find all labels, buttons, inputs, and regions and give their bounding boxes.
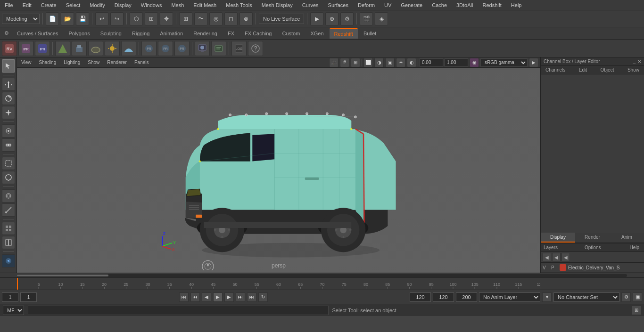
menu-mesh[interactable]: Mesh <box>169 1 186 9</box>
anim-layer-down-btn[interactable]: ▾ <box>542 292 552 302</box>
tab-sculpting[interactable]: Sculpting <box>96 29 126 38</box>
vp-cam-btn[interactable]: 🎥 <box>329 58 339 67</box>
open-scene-btn[interactable]: 📂 <box>61 12 74 25</box>
viewport-panels-menu[interactable]: Panels <box>132 59 151 66</box>
select-tool-btn[interactable] <box>2 59 15 73</box>
menu-mesh-display[interactable]: Mesh Display <box>260 1 295 9</box>
play-btn[interactable]: ▶ <box>213 292 223 302</box>
new-scene-btn[interactable]: 📄 <box>46 12 59 25</box>
measure-btn[interactable] <box>2 203 15 217</box>
go-start-btn[interactable]: ⏮ <box>179 292 189 302</box>
ipr-btn[interactable]: ⊕ <box>325 12 339 25</box>
select-tool-btn[interactable]: ⬡ <box>130 12 143 25</box>
vp-shading-btn[interactable]: ◑ <box>374 58 384 67</box>
undo-btn[interactable]: ↩ <box>95 12 108 25</box>
tab-rigging[interactable]: Rigging <box>127 29 154 38</box>
menu-file[interactable]: File <box>3 1 15 9</box>
menu-edit[interactable]: Edit <box>21 1 33 9</box>
char-set-settings-btn[interactable]: ⚙ <box>621 292 631 302</box>
tab-rendering[interactable]: Rendering <box>189 29 222 38</box>
render-btn[interactable]: ▶ <box>310 12 323 25</box>
character-set-selector[interactable]: No Character Set <box>553 292 619 302</box>
snap-grid-btn[interactable]: ⊞ <box>179 12 192 25</box>
show-manip-btn[interactable] <box>2 138 15 152</box>
menu-cache[interactable]: Cache <box>430 1 449 9</box>
menu-edit-mesh[interactable]: Edit Mesh <box>191 1 218 9</box>
show-link[interactable]: Show <box>627 67 639 73</box>
camera-angle-field[interactable] <box>420 58 443 67</box>
save-scene-btn[interactable]: 💾 <box>76 12 89 25</box>
shelf-rs1-btn[interactable] <box>55 41 70 56</box>
tab-fx[interactable]: FX <box>223 29 239 38</box>
paint-select-btn[interactable] <box>2 189 15 202</box>
viewport-renderer-menu[interactable]: Renderer <box>105 59 129 66</box>
3d-viewport[interactable]: Y Z X persp <box>17 70 540 273</box>
prev-key-btn[interactable]: ⏮ <box>190 292 200 302</box>
tab-fx-caching[interactable]: FX Caching <box>240 29 276 38</box>
shelf-sky-btn[interactable] <box>121 41 136 56</box>
menu-windows[interactable]: Windows <box>139 1 164 9</box>
viewport-shading-menu[interactable]: Shading <box>37 59 59 66</box>
layer-color-swatch[interactable] <box>560 264 566 271</box>
tab-bullet[interactable]: Bullet <box>359 29 381 38</box>
panel-close-btn[interactable]: ✕ <box>637 59 641 64</box>
shelf-pr3-btn[interactable]: PR <box>174 41 190 56</box>
lasso-select-btn[interactable] <box>2 171 15 184</box>
menu-generate[interactable]: Generate <box>399 1 424 9</box>
object-link[interactable]: Object <box>601 67 614 73</box>
tab-polygons[interactable]: Polygons <box>64 29 94 38</box>
shelf-post-icon[interactable] <box>211 41 226 56</box>
script-lang-selector[interactable]: MEL <box>3 306 24 315</box>
shelf-ipr-btn[interactable]: IPR <box>18 41 33 56</box>
edit-link[interactable]: Edit <box>579 67 587 73</box>
menu-help[interactable]: Help <box>509 1 524 9</box>
anim-layer-selector[interactable]: No Anim Layer <box>479 292 540 302</box>
layer-visible-indicator[interactable]: V <box>543 265 549 270</box>
vp-light-btn[interactable]: ☀ <box>396 58 405 67</box>
gamma-selector[interactable]: sRGB gamma <box>480 58 528 67</box>
shelf-rv-btn[interactable]: RV <box>2 41 17 56</box>
menu-create[interactable]: Create <box>39 1 58 9</box>
snap-point-btn[interactable]: ◎ <box>209 12 223 25</box>
menu-uv[interactable]: UV <box>382 1 393 9</box>
vp-shadow-btn[interactable]: ◐ <box>407 58 416 67</box>
tab-custom[interactable]: Custom <box>278 29 305 38</box>
render-tab[interactable]: Render <box>575 233 610 243</box>
next-key-btn[interactable]: ⏭ <box>236 292 245 302</box>
scale-tool-btn[interactable] <box>2 106 15 119</box>
shelf-pr2-btn[interactable]: PR <box>158 41 173 56</box>
shelf-pr1-btn[interactable]: PR <box>141 41 157 56</box>
next-frame-btn[interactable]: ▶ <box>224 292 234 302</box>
transform-btn[interactable]: ✥ <box>160 12 173 25</box>
char-set-extra-btn[interactable]: ▣ <box>633 292 642 302</box>
menu-curves[interactable]: Curves <box>300 1 321 9</box>
tabs-gear-icon[interactable]: ⚙ <box>2 29 11 38</box>
prev-frame-btn[interactable]: ◀ <box>202 292 211 302</box>
viewport-lighting-menu[interactable]: Lighting <box>61 59 83 66</box>
shelf-sun-btn[interactable] <box>105 41 120 56</box>
mode-selector[interactable]: Modeling <box>2 14 40 24</box>
shelf-help-btn[interactable]: ? <box>248 41 263 56</box>
box-select-btn[interactable] <box>2 157 15 170</box>
tab-redshift[interactable]: Redshift <box>330 28 358 39</box>
menu-display[interactable]: Display <box>113 1 133 9</box>
layer-prev-btn[interactable]: ◀ <box>543 253 551 261</box>
snap-curve-btn[interactable]: 〜 <box>194 12 207 25</box>
redshift-icon[interactable] <box>2 254 15 267</box>
lasso-btn[interactable]: ⊞ <box>145 12 158 25</box>
help-link[interactable]: Help <box>629 245 639 250</box>
viewport-show-menu[interactable]: Show <box>85 59 102 66</box>
max-frame-field[interactable] <box>456 292 477 302</box>
loop-btn[interactable]: ↻ <box>258 292 268 302</box>
options-link[interactable]: Options <box>585 245 601 250</box>
redo-btn[interactable]: ↪ <box>110 12 124 25</box>
vp-wire-btn[interactable]: ⊞ <box>351 58 360 67</box>
shelf-ipr2-btn[interactable]: IPR <box>35 41 50 56</box>
range-start-field[interactable] <box>2 292 18 302</box>
current-frame-field[interactable] <box>20 292 37 302</box>
command-input[interactable] <box>28 306 329 315</box>
viewport-view-menu[interactable]: View <box>19 59 34 66</box>
tab-curves-surfaces[interactable]: Curves / Surfaces <box>12 29 63 38</box>
display-tab[interactable]: Display <box>541 233 575 243</box>
vp-extra-btn[interactable]: ▶ <box>529 58 538 67</box>
